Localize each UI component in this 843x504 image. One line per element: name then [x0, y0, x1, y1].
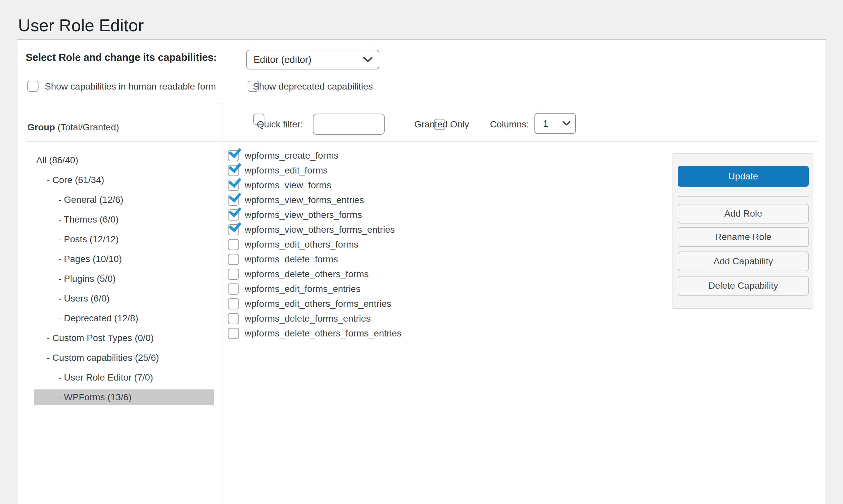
- group-tree-item-label: All (86/40): [36, 155, 78, 165]
- human-readable-checkbox[interactable]: [27, 80, 38, 92]
- capability-label: wpforms_view_others_forms_entries: [245, 224, 395, 235]
- capability-label: wpforms_edit_forms: [245, 165, 328, 176]
- capability-label: wpforms_delete_others_forms_entries: [245, 328, 401, 339]
- quick-filter-input[interactable]: [313, 113, 384, 134]
- capability-label: wpforms_delete_forms_entries: [245, 313, 371, 324]
- capability-checkbox[interactable]: [228, 284, 239, 295]
- group-tree-item[interactable]: - Custom Post Types (0/0): [34, 330, 214, 346]
- header-divider: [26, 141, 818, 142]
- group-tree-item-label: - Users (6/0): [58, 293, 110, 304]
- group-tree-item-label: - Pages (10/10): [58, 254, 122, 264]
- capability-row: wpforms_delete_others_forms: [228, 267, 623, 282]
- capability-label: wpforms_edit_others_forms_entries: [245, 299, 391, 309]
- group-tree-item[interactable]: - Posts (12/12): [34, 231, 214, 247]
- group-header-rest: (Total/Granted): [55, 122, 119, 132]
- chevron-down-icon: [363, 57, 373, 62]
- granted-only-label: Granted Only: [414, 119, 469, 130]
- capability-row: wpforms_edit_others_forms: [228, 237, 623, 252]
- group-tree-item[interactable]: - WPForms (13/6): [34, 390, 214, 405]
- capability-label: wpforms_delete_others_forms: [245, 269, 369, 280]
- capability-checkbox-checked[interactable]: [228, 165, 239, 176]
- capability-checkbox[interactable]: [228, 269, 239, 280]
- quick-filter-label: Quick filter:: [257, 119, 303, 130]
- group-column-header: Group (Total/Granted): [27, 122, 119, 133]
- update-button[interactable]: Update: [678, 166, 809, 187]
- group-tree-item[interactable]: - General (12/6): [34, 192, 214, 208]
- capability-checkbox-checked[interactable]: [228, 224, 239, 235]
- capability-row: wpforms_view_forms_entries: [228, 193, 623, 208]
- group-tree-item-label: - Custom capabilities (25/6): [47, 353, 159, 363]
- group-tree-item[interactable]: - Themes (6/0): [34, 212, 214, 228]
- capability-label: wpforms_create_forms: [245, 150, 339, 161]
- page-title: User Role Editor: [18, 16, 144, 35]
- capability-checkbox-checked[interactable]: [228, 209, 239, 220]
- group-tree-item-label: - WPForms (13/6): [58, 392, 131, 402]
- group-tree: All (86/40)- Core (61/34)- General (12/6…: [34, 152, 214, 409]
- group-tree-item[interactable]: - Plugins (5/0): [34, 271, 214, 287]
- deprecated-label: Show deprecated capabilities: [253, 81, 373, 92]
- capability-checkbox-checked[interactable]: [228, 150, 239, 161]
- group-tree-item[interactable]: - Deprecated (12/8): [34, 310, 214, 326]
- capability-checkbox[interactable]: [228, 313, 239, 324]
- action-panel: Update Add Role Rename Role Add Capabili…: [672, 154, 813, 309]
- top-divider: [26, 103, 818, 103]
- group-tree-item-label: - Plugins (5/0): [58, 273, 115, 284]
- group-tree-item-label: - Posts (12/12): [58, 234, 119, 244]
- group-tree-item-label: - Deprecated (12/8): [58, 313, 138, 323]
- capability-row: wpforms_view_others_forms: [228, 208, 623, 222]
- add-capability-button[interactable]: Add Capability: [678, 252, 809, 271]
- delete-capability-button[interactable]: Delete Capability: [678, 276, 809, 295]
- group-tree-item[interactable]: - Pages (10/10): [34, 251, 214, 267]
- capability-checkbox[interactable]: [228, 298, 239, 309]
- role-select-value: Editor (editor): [254, 54, 311, 65]
- columns-select-value: 1: [543, 118, 548, 129]
- group-tree-item-label: - Core (61/34): [47, 175, 104, 185]
- capability-row: wpforms_edit_others_forms_entries: [228, 296, 623, 311]
- capability-checkbox[interactable]: [228, 328, 239, 339]
- capability-row: wpforms_view_others_forms_entries: [228, 222, 623, 237]
- capability-row: wpforms_edit_forms_entries: [228, 282, 623, 296]
- capability-checkbox-checked[interactable]: [228, 180, 239, 191]
- action-panel-divider: [678, 196, 809, 197]
- group-tree-item[interactable]: - Core (61/34): [34, 172, 214, 188]
- chevron-down-icon: [562, 121, 571, 126]
- capability-row: wpforms_edit_forms: [228, 163, 623, 178]
- capability-checkbox[interactable]: [228, 239, 239, 250]
- vertical-divider: [222, 103, 223, 504]
- group-tree-item-label: - User Role Editor (7/0): [58, 372, 153, 382]
- capability-checkbox-checked[interactable]: [228, 195, 239, 206]
- columns-label: Columns:: [490, 119, 529, 130]
- capability-label: wpforms_view_forms_entries: [245, 195, 364, 205]
- capability-row: wpforms_delete_forms: [228, 252, 623, 267]
- role-select-label: Select Role and change its capabilities:: [26, 51, 217, 64]
- group-tree-item[interactable]: - Users (6/0): [34, 291, 214, 306]
- group-tree-item-label: - Themes (6/0): [58, 214, 119, 224]
- rename-role-button[interactable]: Rename Role: [678, 227, 809, 247]
- group-tree-item-label: - Custom Post Types (0/0): [47, 333, 154, 343]
- group-header-bold: Group: [27, 122, 55, 132]
- capability-label: wpforms_edit_forms_entries: [245, 284, 361, 294]
- capability-label: wpforms_delete_forms: [245, 254, 338, 265]
- group-tree-item[interactable]: All (86/40): [34, 152, 214, 168]
- capability-checkbox[interactable]: [228, 254, 239, 265]
- capabilities-list: wpforms_create_formswpforms_edit_formswp…: [228, 148, 623, 341]
- capability-label: wpforms_view_forms: [245, 180, 331, 191]
- group-tree-item-label: - General (12/6): [58, 195, 124, 205]
- capability-label: wpforms_edit_others_forms: [245, 239, 358, 250]
- human-readable-label: Show capabilities in human readable form: [45, 81, 216, 92]
- capability-label: wpforms_view_others_forms: [245, 210, 362, 220]
- columns-select[interactable]: 1: [535, 113, 576, 134]
- role-select[interactable]: Editor (editor): [246, 50, 379, 70]
- capability-row: wpforms_delete_forms_entries: [228, 311, 623, 326]
- capability-row: wpforms_delete_others_forms_entries: [228, 326, 623, 341]
- capability-row: wpforms_create_forms: [228, 148, 623, 163]
- capability-row: wpforms_view_forms: [228, 178, 623, 193]
- group-tree-item[interactable]: - User Role Editor (7/0): [34, 370, 214, 385]
- add-role-button[interactable]: Add Role: [678, 204, 809, 223]
- user-role-editor-page: User Role Editor Select Role and change …: [0, 0, 843, 504]
- group-tree-item[interactable]: - Custom capabilities (25/6): [34, 350, 214, 366]
